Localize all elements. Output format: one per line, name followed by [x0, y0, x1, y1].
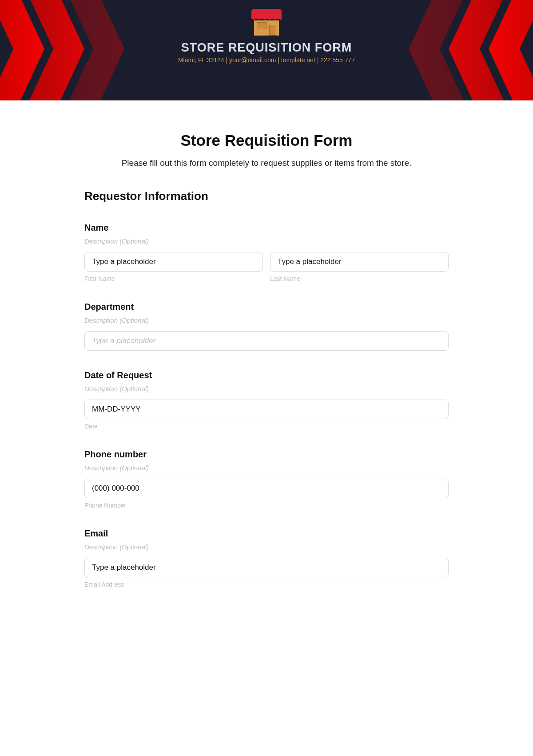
phone-input[interactable] [84, 479, 449, 498]
date-input[interactable] [84, 400, 449, 419]
banner-title: STORE REQUISITION FORM [0, 41, 533, 55]
department-input[interactable] [84, 331, 449, 351]
last-name-input[interactable] [270, 252, 449, 272]
section-requestor-info: Requestor Information [84, 189, 449, 203]
first-name-input[interactable] [84, 252, 263, 272]
field-date: Date of Request Description (Optional) D… [84, 370, 449, 430]
field-name: Name Description (Optional) First Name L… [84, 223, 449, 282]
email-sublabel: Email Address [84, 581, 449, 588]
email-input[interactable] [84, 558, 449, 577]
field-date-desc: Description (Optional) [84, 385, 449, 392]
banner-subtitle: Miami, FL 33124 | your@email.com | templ… [0, 56, 533, 64]
field-email-desc: Description (Optional) [84, 543, 449, 551]
field-email: Email Description (Optional) Email Addre… [84, 528, 449, 588]
form-content: Store Requisition Form Please fill out t… [84, 132, 449, 588]
field-name-desc: Description (Optional) [84, 237, 449, 245]
page-title: Store Requisition Form [84, 132, 449, 149]
first-name-sublabel: First Name [84, 275, 263, 282]
store-icon [251, 9, 282, 36]
field-phone-label: Phone number [84, 449, 449, 460]
page-intro: Please fill out this form completely to … [84, 158, 449, 168]
last-name-sublabel: Last Name [270, 275, 449, 282]
field-phone-desc: Description (Optional) [84, 464, 449, 472]
field-department-label: Department [84, 302, 449, 312]
field-phone: Phone number Description (Optional) Phon… [84, 449, 449, 509]
field-email-label: Email [84, 528, 449, 539]
field-department-desc: Description (Optional) [84, 316, 449, 324]
field-date-label: Date of Request [84, 370, 449, 380]
date-sublabel: Date [84, 423, 449, 430]
field-department: Department Description (Optional) [84, 302, 449, 351]
field-name-label: Name [84, 223, 449, 233]
banner: STORE REQUISITION FORM Miami, FL 33124 |… [0, 0, 533, 100]
phone-sublabel: Phone Number [84, 502, 449, 509]
